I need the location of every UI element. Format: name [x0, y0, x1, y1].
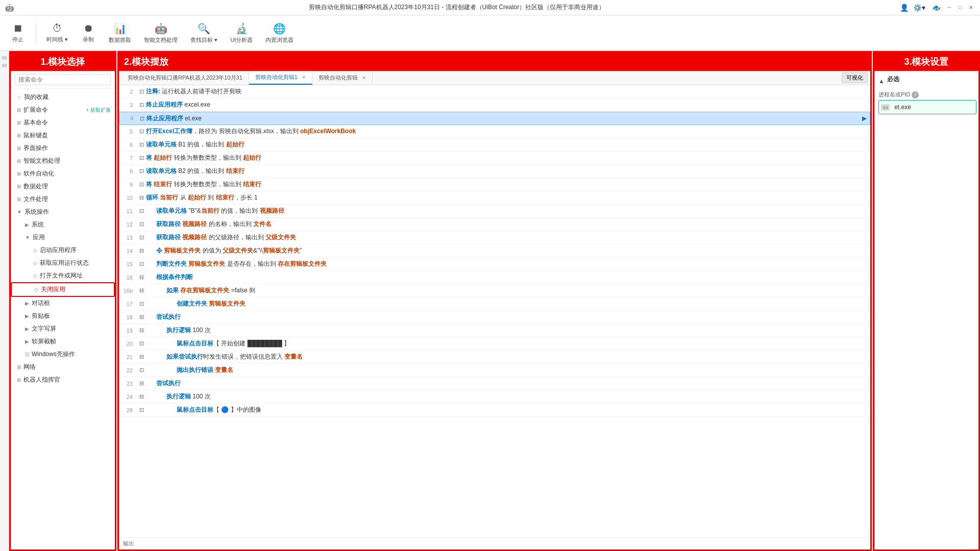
line-number: 17	[119, 301, 137, 307]
tree-item-network[interactable]: ⊞网络	[11, 361, 115, 373]
window-controls: 👤 ⚙️▾ 🐟 ─ □ ✕	[900, 4, 975, 12]
fish-icon[interactable]: 🐟	[932, 4, 941, 12]
code-row-6[interactable]: 6 ⊡ 读取单元格 B1 的值，输出到 起始行	[119, 138, 870, 152]
get-extension-link[interactable]: + 获取扩展	[86, 107, 111, 114]
code-row-2[interactable]: 2 ⊡ 注释: 运行机器人前请手动打开剪映	[119, 85, 870, 98]
tree-item-launch_app[interactable]: ◇启动应用程序	[11, 244, 115, 257]
find-target-button[interactable]: 🔍 查找目标 ▾	[185, 20, 223, 46]
tree-item-robot_mgr[interactable]: ⊞机器人指挥官	[11, 373, 115, 386]
code-row-18[interactable]: 18 ⊟ 尝试执行	[119, 311, 870, 324]
code-row-17[interactable]: 17 ⊡ 创建文件夹 剪辑板文件夹	[119, 297, 870, 311]
code-row-9[interactable]: 9 ⊡ 将 结束行 转换为整数类型，输出到 结束行	[119, 178, 870, 191]
code-row-3[interactable]: 3 ⊡ 终止应用程序 excel.exe	[119, 98, 870, 112]
titlebar: 🤖 剪映自动化剪辑口播RPA机器人2023年10月31日 - 流程创建者（UiB…	[0, 0, 980, 15]
timeline-button[interactable]: ⏱ 时间线 ▾	[41, 20, 73, 45]
tree-item-keyboard[interactable]: ⊞鼠标键盘	[11, 129, 115, 142]
tree-item-windows_shell[interactable]: ⊡Windows壳操作	[11, 348, 115, 361]
row-icon: ⊟	[137, 314, 146, 320]
code-row-12[interactable]: 12 ⊡ 获取路径 视频路径 的名称，输出到 文件名	[119, 218, 870, 231]
tree-item-data_proc[interactable]: ⊞数据处理	[11, 180, 115, 193]
search-input[interactable]	[15, 74, 111, 85]
side-icon-1[interactable]: |||	[2, 56, 7, 60]
tree-item-close_app[interactable]: ◇关闭应用	[11, 282, 115, 297]
code-row-22[interactable]: 22 ⊡ 抛出执行错误 变量名	[119, 364, 870, 377]
center-panel: 2.模块摆放 剪映自动化剪辑口播RPA机器人2023年10月31剪映自动化剪辑1…	[117, 51, 872, 551]
row-content: 抛出执行错误 变量名	[146, 365, 870, 375]
timeline-icon: ⏱	[52, 22, 62, 34]
tab-剪映自动化剪辑口播R[interactable]: 剪映自动化剪辑口播RPA机器人2023年10月31	[121, 71, 249, 85]
tree-item-label: 系统	[32, 220, 111, 229]
row-icon: ⊡	[137, 234, 146, 241]
ui-analyzer-button[interactable]: 🔬 UI分析器	[225, 20, 258, 46]
settings-icon[interactable]: ⚙️▾	[913, 4, 925, 12]
code-row-16[interactable]: 16 ⊟ 根据条件判断	[119, 271, 870, 284]
row-content: 执行逻辑 100 次	[146, 325, 870, 336]
row-icon: ⊟	[137, 287, 146, 294]
code-row-21[interactable]: 21 ⊟ 如果尝试执行时发生错误，把错误信息置入 变量名	[119, 350, 870, 364]
maximize-button[interactable]: □	[956, 4, 964, 12]
tree-item-favorites[interactable]: ☆我的收藏	[11, 91, 115, 104]
main-area: ||| ||| 1.模块选择 ☆我的收藏⊞扩展命令+ 获取扩展⊞基本命令⊞鼠标键…	[0, 51, 980, 551]
browser-button[interactable]: 🌐 内置浏览器	[260, 20, 299, 46]
tree-item-ui_ops[interactable]: ⊞界面操作	[11, 142, 115, 155]
data-extract-button[interactable]: 📊 数据抓取	[104, 20, 136, 46]
tab-close-icon[interactable]: ✕	[362, 75, 366, 81]
side-icon-2[interactable]: |||	[2, 64, 7, 67]
close-button[interactable]: ✕	[967, 4, 975, 12]
toolbar: ⏹ 停止 ⏱ 时间线 ▾ ⏺ 录制 📊 数据抓取 🤖 智能文档处理 🔍 查找目标…	[0, 15, 980, 51]
code-row-23[interactable]: 23 ⊟ 尝试执行	[119, 377, 870, 390]
code-row-5[interactable]: 5 ⊡ 打开Excel工作簿，路径为 剪映自动化剪辑.xlsx，输出到 objE…	[119, 125, 870, 138]
tree-item-screen_capture[interactable]: ▶软屏截帧	[11, 335, 115, 348]
vis-button[interactable]: 可视化	[842, 72, 868, 83]
record-icon: ⏺	[83, 22, 93, 34]
tree-expand-icon: ⊞	[17, 107, 21, 113]
tree-item-label: 软件自动化	[23, 169, 111, 178]
record-button[interactable]: ⏺ 录制	[76, 20, 101, 45]
tree-item-soft_auto[interactable]: ⊞软件自动化	[11, 167, 115, 180]
right-panel-title: 3.模块设置	[874, 53, 978, 71]
minimize-button[interactable]: ─	[945, 4, 953, 12]
pid-hint-icon[interactable]: ?	[912, 91, 919, 98]
row-arrow[interactable]: ▶	[862, 115, 870, 122]
code-row-8[interactable]: 8 ⊡ 读取单元格 B2 的值，输出到 结束行	[119, 165, 870, 178]
code-row-7[interactable]: 7 ⊡ 将 起始行 转换为整数类型，输出到 起始行	[119, 152, 870, 165]
tab-剪映自动化剪辑1[interactable]: 剪映自动化剪辑1✕	[249, 71, 312, 85]
code-row-16b[interactable]: 16b ⊟ 如果 存在剪辑板文件夹 =false 则	[119, 284, 870, 297]
right-panel: 3.模块设置 ▲ 必选 进程名或PID ? aa ✏️	[873, 51, 980, 551]
tree-item-sys_ops[interactable]: ▼系统操作	[11, 206, 115, 218]
code-row-19[interactable]: 19 ⊟ 执行逻辑 100 次	[119, 324, 870, 337]
tree-item-clipboard[interactable]: ▶剪贴板	[11, 310, 115, 322]
code-row-20[interactable]: 20 ⊡ 鼠标点击目标【 开始创建 ████████ 】	[119, 337, 870, 350]
app-icon: 🤖	[5, 4, 14, 12]
tree-item-sys[interactable]: ▶系统	[11, 218, 115, 231]
code-row-14[interactable]: 14 ⊟ 令 剪辑板文件夹 的值为 父级文件夹&"\\剪辑板文件夹"	[119, 244, 870, 258]
row-content: 打开Excel工作簿，路径为 剪映自动化剪辑.xlsx，输出到 objExcel…	[146, 126, 870, 137]
tree-item-typing[interactable]: ▶文字写屏	[11, 322, 115, 335]
code-row-13[interactable]: 13 ⊡ 获取路径 视频路径 的父级路径，输出到 父级文件夹	[119, 231, 870, 244]
code-row-11[interactable]: 11 ⊡ 读取单元格 "B"&当前行 的值，输出到 视频路径	[119, 205, 870, 218]
tree-item-file_proc[interactable]: ⊞文件处理	[11, 193, 115, 206]
code-row-4[interactable]: 4 ⊡ 终止应用程序 et.exe ▶	[119, 112, 870, 125]
pid-input[interactable]	[891, 102, 974, 113]
tree-item-extend[interactable]: ⊞扩展命令+ 获取扩展	[11, 104, 115, 116]
tabs-bar: 剪映自动化剪辑口播RPA机器人2023年10月31剪映自动化剪辑1✕剪映自动化剪…	[119, 71, 870, 85]
tree-item-open_file[interactable]: ◇打开文件或网址	[11, 269, 115, 282]
tab-close-icon[interactable]: ✕	[302, 74, 306, 80]
expand-icon[interactable]: ▲	[878, 78, 885, 85]
tab-剪映自动化剪辑[interactable]: 剪映自动化剪辑✕	[312, 71, 373, 85]
tree-item-basic[interactable]: ⊞基本命令	[11, 116, 115, 129]
tree-item-dialog[interactable]: ▶对话框	[11, 297, 115, 310]
code-row-10[interactable]: 10 ⊟ 循环 当前行 从 起始行 到 结束行，步长 1	[119, 191, 870, 205]
code-row-15[interactable]: 15 ⊡ 判断文件夹 剪辑板文件夹 是否存在，输出到 存在剪辑板文件夹	[119, 258, 870, 271]
ai-doc-button[interactable]: 🤖 智能文档处理	[139, 20, 183, 46]
tree-item-get_app_status[interactable]: ◇获取应用运行状态	[11, 257, 115, 269]
window-title: 剪映自动化剪辑口播RPA机器人2023年10月31日 - 流程创建者（UiBot…	[14, 3, 900, 12]
code-row-28[interactable]: 28 ⊡ 鼠标点击目标【 🔵 】中的图像	[119, 404, 870, 417]
tree-item-app[interactable]: ▼应用	[11, 231, 115, 244]
row-content: 终止应用程序 et.exe	[146, 113, 862, 124]
user-icon[interactable]: 👤	[900, 4, 909, 12]
tree-item-label: 启动应用程序	[40, 246, 111, 255]
tree-item-ai_text[interactable]: ⊞智能文档处理	[11, 155, 115, 167]
code-row-24[interactable]: 24 ⊟ 执行逻辑 100 次	[119, 390, 870, 404]
stop-button[interactable]: ⏹ 停止	[5, 20, 31, 45]
